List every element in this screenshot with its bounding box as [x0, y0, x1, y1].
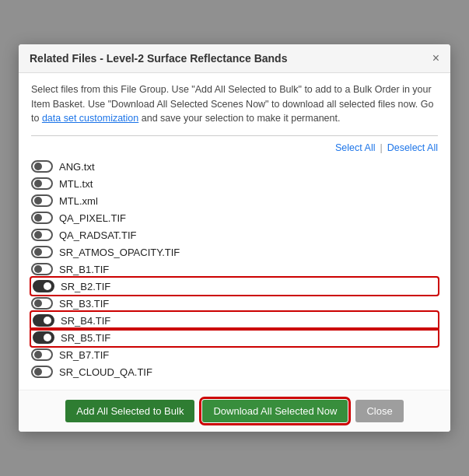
toggle-switch[interactable] [31, 212, 53, 224]
add-bulk-button[interactable]: Add All Selected to Bulk [65, 400, 194, 422]
modal-header: Related Files - Level-2 Surface Reflecta… [19, 44, 450, 73]
close-button[interactable]: Close [355, 400, 403, 422]
download-button[interactable]: Download All Selected Now [202, 400, 348, 422]
file-name: SR_B1.TIF [59, 264, 109, 275]
file-name: SR_B4.TIF [61, 315, 110, 327]
toggle-switch[interactable] [31, 194, 53, 207]
close-icon[interactable]: × [432, 52, 439, 65]
file-name: SR_B2.TIF [61, 281, 110, 292]
file-name: SR_B5.TIF [61, 332, 110, 344]
dataset-customization-link[interactable]: data set customization [42, 113, 138, 124]
modal-body: Select files from this File Group. Use "… [19, 73, 450, 390]
toggle-switch[interactable] [31, 366, 53, 378]
modal-footer: Add All Selected to Bulk Download All Se… [19, 390, 450, 432]
file-item: SR_B5.TIF [31, 329, 438, 346]
toggle-switch[interactable] [31, 246, 53, 258]
toggle-switch[interactable] [31, 229, 53, 241]
deselect-all-link[interactable]: Deselect All [387, 142, 438, 153]
file-name: SR_ATMOS_OPACITY.TIF [59, 247, 180, 258]
file-item: SR_B4.TIF [31, 312, 438, 329]
separator: | [380, 142, 382, 153]
toggle-switch[interactable] [33, 331, 54, 344]
toggle-switch[interactable] [31, 263, 53, 275]
modal-title: Related Files - Level-2 Surface Reflecta… [30, 52, 287, 65]
file-name: ANG.txt [59, 161, 95, 173]
file-item: QA_RADSAT.TIF [31, 226, 438, 243]
file-item: SR_B2.TIF [31, 278, 438, 295]
toggle-switch[interactable] [33, 280, 54, 292]
toggle-switch[interactable] [31, 160, 53, 173]
file-name: QA_PIXEL.TIF [59, 212, 126, 224]
file-item: SR_ATMOS_OPACITY.TIF [31, 243, 438, 261]
description-text: Select files from this File Group. Use "… [31, 82, 438, 126]
file-name: MTL.txt [59, 178, 93, 190]
file-name: SR_B3.TIF [59, 298, 109, 310]
file-name: SR_B7.TIF [59, 349, 109, 361]
modal-overlay: Related Files - Level-2 Surface Reflecta… [0, 0, 469, 476]
file-item: SR_B7.TIF [31, 346, 438, 363]
file-name: QA_RADSAT.TIF [59, 229, 136, 241]
divider [31, 135, 438, 136]
modal-dialog: Related Files - Level-2 Surface Reflecta… [19, 44, 450, 432]
select-all-link[interactable]: Select All [335, 142, 375, 153]
file-name: SR_CLOUD_QA.TIF [59, 366, 152, 378]
file-item: ANG.txt [31, 158, 438, 175]
file-item: SR_CLOUD_QA.TIF [31, 363, 438, 380]
file-name: MTL.xml [59, 195, 98, 207]
toggle-switch[interactable] [31, 297, 53, 310]
toggle-switch[interactable] [31, 177, 53, 190]
file-list: ANG.txtMTL.txtMTL.xmlQA_PIXEL.TIFQA_RADS… [31, 158, 438, 380]
file-item: QA_PIXEL.TIF [31, 209, 438, 226]
toggle-switch[interactable] [31, 348, 53, 361]
toggle-switch[interactable] [33, 314, 54, 327]
select-controls: Select All | Deselect All [31, 142, 438, 153]
desc-part3: and save your selection to make it perma… [138, 113, 340, 124]
file-item: SR_B1.TIF [31, 261, 438, 278]
file-item: MTL.txt [31, 175, 438, 192]
file-item: MTL.xml [31, 192, 438, 209]
file-item: SR_B3.TIF [31, 295, 438, 312]
